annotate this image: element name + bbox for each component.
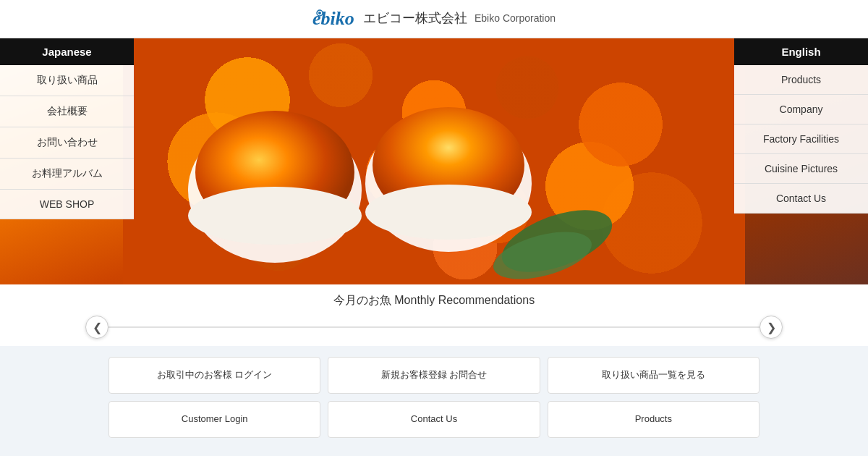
menu-item-webshop-jp[interactable]: WEB SHOP	[0, 190, 134, 219]
menu-item-company-jp[interactable]: 会社概要	[0, 96, 134, 127]
action-grid-en: Customer Login Contact Us Products	[109, 401, 760, 438]
carousel-images	[109, 326, 760, 328]
svg-point-5	[188, 187, 362, 245]
menu-item-factory-en[interactable]: Factory Facilities	[734, 124, 868, 154]
hero-section: Japanese 取り扱い商品 会社概要 お問い合わせ お料理アルバム WEB …	[0, 38, 868, 284]
food-svg	[123, 38, 629, 284]
login-button-jp[interactable]: お取引中のお客様 ログイン	[109, 357, 320, 394]
products-jp-label: 取り扱い商品一覧を見る	[556, 368, 752, 383]
recommendations-title: 今月のお魚 Monthly Recommendations	[0, 293, 868, 308]
menu-item-cuisine-en[interactable]: Cuisine Pictures	[734, 154, 868, 184]
carousel-prev-button[interactable]: ❮	[85, 316, 109, 339]
company-name-jp: エビコー株式会社	[363, 9, 467, 27]
menu-item-company-en[interactable]: Company	[734, 95, 868, 124]
logo[interactable]: ebiko エビコー株式会社 Ebiko Corporation	[312, 7, 556, 29]
contact-en-label: Contact Us	[336, 412, 532, 427]
contact-jp-label: 新規お客様登録 お問合せ	[336, 368, 532, 383]
login-button-en[interactable]: Customer Login	[109, 401, 320, 438]
menu-item-contact-en[interactable]: Contact Us	[734, 184, 868, 214]
right-menu-header: English	[734, 38, 868, 65]
menu-item-products-jp[interactable]: 取り扱い商品	[0, 65, 134, 96]
svg-point-8	[365, 185, 532, 240]
products-button-jp[interactable]: 取り扱い商品一覧を見る	[548, 357, 760, 394]
contact-button-jp[interactable]: 新規お客様登録 お問合せ	[328, 357, 540, 394]
menu-item-contact-jp[interactable]: お問い合わせ	[0, 127, 134, 159]
carousel-next-button[interactable]: ❯	[760, 316, 783, 339]
svg-text:ebiko: ebiko	[312, 8, 354, 29]
login-en-label: Customer Login	[116, 412, 312, 427]
left-menu: Japanese 取り扱い商品 会社概要 お問い合わせ お料理アルバム WEB …	[0, 38, 134, 219]
login-jp-label: お取引中のお客様 ログイン	[116, 368, 312, 383]
products-button-en[interactable]: Products	[548, 401, 760, 438]
logo-icon: ebiko	[312, 7, 356, 29]
site-header: ebiko エビコー株式会社 Ebiko Corporation	[0, 0, 868, 38]
action-grid-jp: お取引中のお客様 ログイン 新規お客様登録 お問合せ 取り扱い商品一覧を見る	[109, 357, 760, 394]
svg-point-2	[318, 12, 321, 14]
right-menu: English Products Company Factory Facilit…	[734, 38, 868, 214]
carousel-image-1	[109, 326, 760, 328]
carousel: ❮	[0, 316, 868, 339]
hero-food-image	[123, 38, 745, 284]
left-menu-header: Japanese	[0, 38, 134, 65]
menu-item-cuisine-jp[interactable]: お料理アルバム	[0, 159, 134, 190]
action-section: お取引中のお客様 ログイン 新規お客様登録 お問合せ 取り扱い商品一覧を見る C…	[0, 346, 868, 445]
products-en-label: Products	[556, 412, 752, 427]
menu-item-products-en[interactable]: Products	[734, 65, 868, 95]
contact-button-en[interactable]: Contact Us	[328, 401, 540, 438]
company-name-en: Ebiko Corporation	[475, 12, 556, 24]
recommendations-section: 今月のお魚 Monthly Recommendations ❮	[0, 284, 868, 346]
